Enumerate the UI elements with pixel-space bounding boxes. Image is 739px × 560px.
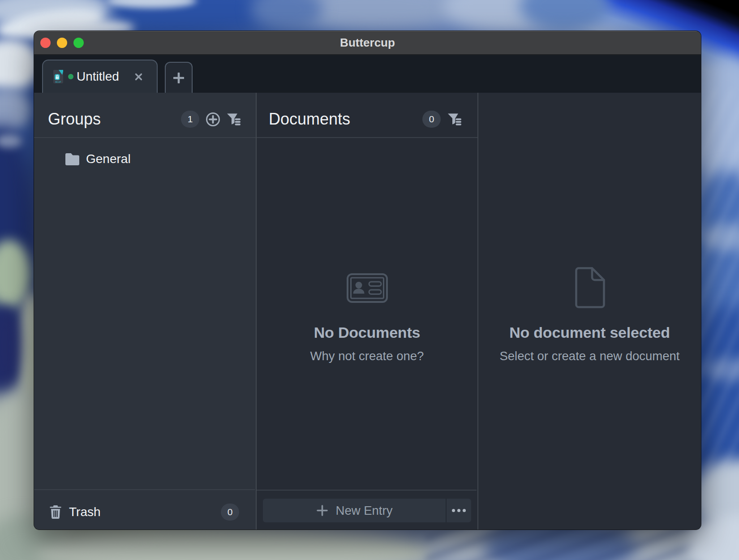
svg-text:BCUP: BCUP (56, 81, 61, 83)
